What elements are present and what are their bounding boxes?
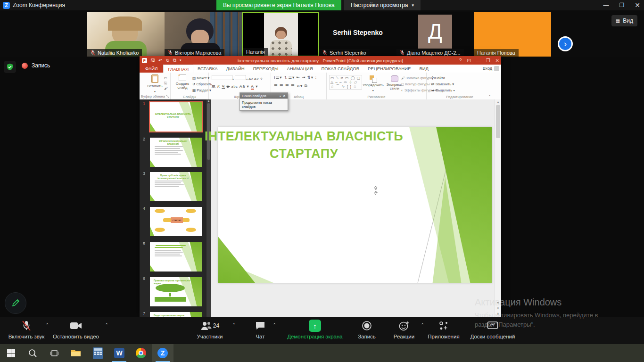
arrange-button[interactable]: Упорядочить▾	[363, 75, 384, 92]
participant-tile[interactable]: Nataliia Kholiavko	[87, 12, 165, 57]
search-button[interactable]	[22, 344, 43, 362]
ribbon-tabs: ФАЙЛ ГЛАВНАЯ ВСТАВКА ДИЗАЙН ПЕРЕХОДЫ АНИ…	[140, 65, 501, 73]
sign-in-link[interactable]: Вход	[483, 65, 499, 72]
slide-title[interactable]: ІНТЕЛЕКТУАЛЬНА ВЛАСНІСТЬ СТАРТАПУ	[168, 128, 440, 163]
participant-tile[interactable]: Serhii Stepenko Serhii Stepenko	[319, 12, 396, 57]
record-icon	[362, 321, 372, 331]
thumbnail-slide-5[interactable]	[150, 242, 202, 272]
stop-video-button[interactable]: Остановить видео	[50, 320, 102, 339]
chrome-icon[interactable]	[130, 344, 152, 362]
chat-button[interactable]: Чат	[249, 320, 272, 339]
participant-label: Nataliia Kholiavko	[87, 49, 142, 57]
minimize-button[interactable]: —	[603, 2, 609, 8]
popup-dropdown-icon[interactable]: ▾	[280, 94, 281, 98]
find-button[interactable]: ⚲ Найти	[431, 75, 493, 81]
font-buttons[interactable]: Ж К Ч S abc Aa ▾ А ▾	[209, 81, 271, 89]
alignment-buttons[interactable]: ☰ ☰ ☰ ☰ ≋▾ ⧉	[271, 81, 326, 89]
new-slide-button[interactable]: ✦ Создать слайд	[173, 74, 192, 90]
whiteboards-button[interactable]: Доски сообщений	[467, 320, 519, 339]
save-icon[interactable]: 🖫	[150, 58, 155, 63]
shared-screen-area: Запись P 🖫 ↶ ↻ ⧉ ▾ Інтелектуальна власні…	[0, 57, 644, 317]
view-settings-dropdown[interactable]: Настройки просмотра ▾	[344, 0, 421, 10]
apps-button[interactable]: Приложения	[425, 320, 462, 339]
chat-chevron[interactable]: ⌃	[272, 322, 276, 328]
replace-button[interactable]: ⇄ Заменить ▾	[431, 81, 493, 87]
previous-slide-icon[interactable]: ⇞	[495, 306, 501, 310]
share-screen-button[interactable]: ↑ Демонстрация экрана	[283, 320, 347, 339]
participant-tile-active-speaker[interactable]: Наталія	[242, 12, 319, 57]
slide-scrollbar[interactable]: ▲ ▼ ⇞ ⇟	[495, 99, 501, 317]
zoom-taskbar-icon[interactable]: Z	[152, 344, 173, 362]
participants-button[interactable]: 24 Участники	[191, 320, 229, 339]
reactions-button[interactable]: Реакции	[389, 320, 419, 339]
list-buttons[interactable]: ⁝☰▾ ⒈☰▾ ⇤ ⇥ ⇅▾ ⫶	[271, 73, 326, 81]
thumbnail-slide-3[interactable]: Права суб'єктів права інтелектуальної вл…	[150, 172, 202, 201]
thumbnail-slide-4[interactable]: СТАРТАП	[150, 207, 202, 236]
resume-slideshow-button[interactable]: Продолжить показ слайдов	[240, 99, 288, 110]
qat-customize-icon[interactable]: ▾	[180, 58, 182, 62]
reactions-chevron[interactable]: ⌃	[421, 322, 424, 328]
smiley-icon	[399, 321, 410, 331]
security-shield-icon[interactable]	[4, 61, 16, 73]
next-slide-icon[interactable]: ⇟	[495, 312, 501, 316]
tab-file[interactable]: ФАЙЛ	[140, 65, 163, 73]
view-layout-button[interactable]: ▦ Вид	[611, 15, 637, 26]
slideshow-icon[interactable]: ⧉	[173, 58, 176, 63]
start-button[interactable]	[0, 344, 22, 362]
tab-review[interactable]: РЕЦЕНЗИРОВАНИЕ	[363, 65, 415, 73]
thumbnail-slide-1[interactable]: ІНТЕЛЕКТУАЛЬНА ВЛАСНІСТЬ СТАРТАПУ	[150, 102, 202, 132]
word-icon[interactable]: W	[108, 344, 130, 362]
participant-display-name: Serhii Stepenko	[319, 29, 396, 36]
close-button[interactable]: ✕	[635, 1, 640, 9]
zoom-toolbar: Включить звук ⌃ Остановить видео ⌃ 24 Уч…	[0, 317, 644, 344]
tab-view[interactable]: ВИД	[415, 65, 433, 73]
ppt-minimize-button[interactable]: —	[476, 58, 481, 63]
ppt-close-button[interactable]: ✕	[495, 58, 499, 63]
ribbon-options-icon[interactable]: ⊡	[467, 58, 471, 63]
participant-tile[interactable]: Вікторія Маргасова	[165, 12, 242, 57]
select-button[interactable]: ⮕ Выделить ▾	[431, 87, 493, 93]
audio-options-chevron[interactable]: ⌃	[45, 322, 49, 328]
apps-icon	[438, 321, 449, 331]
participant-tile[interactable]: Наталія Попова	[474, 12, 551, 57]
participants-chevron[interactable]: ⌃	[232, 322, 236, 328]
redo-icon[interactable]: ↻	[165, 58, 169, 63]
participant-label: Serhii Stepenko	[319, 49, 370, 57]
annotation-pencil-button[interactable]	[5, 292, 26, 314]
tab-slideshow[interactable]: ПОКАЗ СЛАЙДОВ	[317, 65, 363, 73]
paste-clipboard-icon	[151, 74, 158, 83]
participant-tile[interactable]: Д Діана Маценко ДС-2...	[396, 12, 474, 57]
recording-indicator: Запись	[22, 62, 50, 69]
next-participants-button[interactable]: ›	[558, 36, 573, 51]
maximize-button[interactable]: ❐	[619, 2, 625, 8]
avatar: Д	[418, 15, 452, 49]
muted-mic-icon	[400, 50, 405, 56]
task-view-button[interactable]	[43, 344, 65, 362]
tab-home[interactable]: ГЛАВНАЯ	[163, 65, 193, 73]
font-size-combobox[interactable]	[235, 75, 246, 80]
unmute-button[interactable]: Включить звук	[6, 320, 47, 339]
file-explorer-icon[interactable]	[65, 344, 87, 362]
slide-green-decoration-left	[218, 222, 289, 283]
thumbnail-slide-7[interactable]: Види торговельних марок	[150, 312, 202, 317]
thumbnail-slide-6[interactable]: Правова охорона торговельної марки	[150, 277, 202, 306]
record-button[interactable]: Запись	[353, 320, 381, 339]
tab-transitions[interactable]: ПЕРЕХОДЫ	[249, 65, 283, 73]
tab-insert[interactable]: ВСТАВКА	[193, 65, 222, 73]
account-avatar-icon	[494, 66, 499, 71]
tab-design[interactable]: ДИЗАЙН	[222, 65, 249, 73]
popup-close-icon[interactable]: ✕	[283, 94, 286, 98]
ribbon-group-clipboard: Вставить ▾ ✂⎘🖌 Буфер обмена ⤡	[140, 73, 171, 99]
viewing-screen-banner: Вы просматриваете экран Наталія Попова	[216, 0, 341, 10]
tab-animations[interactable]: АНИМАЦИЯ	[283, 65, 317, 73]
mouse-cursor	[372, 186, 380, 195]
font-name-combobox[interactable]	[212, 75, 232, 80]
help-icon[interactable]: ?	[459, 58, 462, 63]
undo-icon[interactable]: ↶	[158, 58, 162, 63]
video-options-chevron[interactable]: ⌃	[105, 322, 108, 328]
shapes-gallery[interactable]: ▭ ⟍ ⧄ ▭ ◯ ▢ △ ⌐ ⌐ ⇨ ⇩ ▱ ☆ ⌒ ∿ { } ☆	[329, 75, 362, 90]
collapse-ribbon-icon[interactable]: ⌃	[488, 95, 491, 99]
ppt-restore-button[interactable]: ❐	[486, 58, 490, 63]
calculator-icon[interactable]	[87, 344, 108, 362]
camera-icon	[70, 321, 82, 330]
